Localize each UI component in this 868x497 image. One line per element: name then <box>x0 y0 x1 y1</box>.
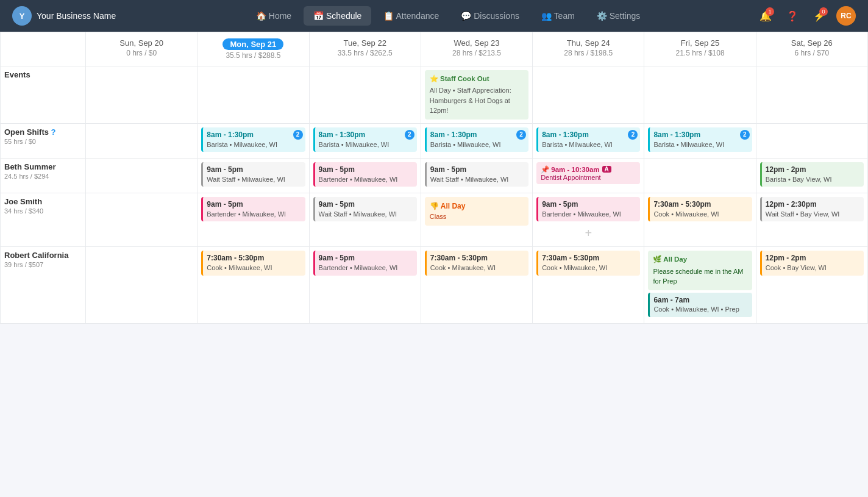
open-shifts-sublabel: 55 hrs / $0 <box>4 138 82 145</box>
robert-schedule-req[interactable]: 🌿 All Day Please schedule me in the AM f… <box>648 251 752 290</box>
open-shifts-wed[interactable]: 2 8am - 1:30pm Barista • Milwaukee, WI <box>421 123 532 158</box>
events-label: Events <box>1 66 86 124</box>
beth-sat[interactable]: 12pm - 2pm Barista • Bay View, WI <box>756 158 867 193</box>
open-shift-fri[interactable]: 2 8am - 1:30pm Barista • Milwaukee, WI <box>648 127 752 152</box>
open-shifts-sun <box>86 123 197 158</box>
joe-shift-time-sat: 12pm - 2:30pm <box>766 199 860 210</box>
open-shifts-help-icon[interactable]: ? <box>51 127 56 137</box>
joe-smith-row: Joe Smith 34 hrs / $340 9am - 5pm Barten… <box>1 193 868 247</box>
robert-shift-mon[interactable]: 7:30am - 5:30pm Cook • Milwaukee, WI <box>201 251 305 275</box>
open-shift-mon[interactable]: 2 8am - 1:30pm Barista • Milwaukee, WI <box>201 127 305 152</box>
lightning-button[interactable]: ⚡0 <box>809 6 829 26</box>
joe-add-shift-thu[interactable]: + <box>536 224 640 243</box>
joe-sat[interactable]: 12pm - 2:30pm Wait Staff • Bay View, WI <box>756 193 867 247</box>
nav-attendance[interactable]: 📋 Attendance <box>374 6 449 26</box>
joe-shift-thu[interactable]: 9am - 5pm Bartender • Milwaukee, WI <box>536 197 640 221</box>
open-shift-count-fri: 2 <box>740 130 750 140</box>
open-shifts-mon[interactable]: 2 8am - 1:30pm Barista • Milwaukee, WI <box>197 123 309 158</box>
nav-right: 🔔1 ❓ ⚡0 RC <box>756 6 856 26</box>
header-label-col <box>1 32 86 66</box>
joe-wed[interactable]: 👎 All Day Class <box>421 193 532 247</box>
joe-allday-sub: Class <box>430 212 524 222</box>
open-shift-count-wed: 2 <box>516 130 526 140</box>
open-shifts-label: Open Shifts ? 55 hrs / $0 <box>1 123 86 158</box>
joe-tue[interactable]: 9am - 5pm Wait Staff • Milwaukee, WI <box>309 193 421 247</box>
beth-dentist-time: 📌 9am - 10:30am A <box>541 165 636 174</box>
robert-extra-shift-fri[interactable]: 6am - 7am Cook • Milwaukee, WI • Prep <box>648 293 752 317</box>
day-name-tue: Tue, Sep 22 <box>313 38 417 48</box>
beth-summer-row: Beth Summer 24.5 hrs / $294 9am - 5pm Wa… <box>1 158 868 193</box>
staff-cookout-event[interactable]: ⭐ Staff Cook Out All Day • Staff Appreci… <box>425 70 528 120</box>
beth-fri <box>644 158 756 193</box>
main-nav: Y Your Business Name 🏠 Home 📅 Schedule 📋… <box>0 0 868 32</box>
beth-shift-detail-mon: Wait Staff • Milwaukee, WI <box>207 175 301 184</box>
open-shift-wed[interactable]: 2 8am - 1:30pm Barista • Milwaukee, WI <box>425 127 528 152</box>
robert-california-row: Robert California 39 hrs / $507 7:30am -… <box>1 247 868 323</box>
beth-wed[interactable]: 9am - 5pm Wait Staff • Milwaukee, WI <box>421 158 532 193</box>
robert-shift-detail-tue: Bartender • Milwaukee, WI <box>319 263 413 273</box>
beth-shift-wed[interactable]: 9am - 5pm Wait Staff • Milwaukee, WI <box>425 162 528 187</box>
nav-home[interactable]: 🏠 Home <box>246 6 301 26</box>
joe-shift-sat[interactable]: 12pm - 2:30pm Wait Staff • Bay View, WI <box>760 197 864 221</box>
robert-shift-sat[interactable]: 12pm - 2pm Cook • Bay View, WI <box>760 251 864 275</box>
dentist-name: Dentist Appointment <box>541 174 636 181</box>
open-shifts-thu[interactable]: 2 8am - 1:30pm Barista • Milwaukee, WI <box>533 123 644 158</box>
joe-shift-fri[interactable]: 7:30am - 5:30pm Cook • Milwaukee, WI <box>648 197 752 221</box>
joe-mon[interactable]: 9am - 5pm Bartender • Milwaukee, WI <box>197 193 309 247</box>
joe-thu[interactable]: 9am - 5pm Bartender • Milwaukee, WI + <box>533 193 644 247</box>
open-shifts-tue[interactable]: 2 8am - 1:30pm Barista • Milwaukee, WI <box>309 123 421 158</box>
robert-shift-wed[interactable]: 7:30am - 5:30pm Cook • Milwaukee, WI <box>425 251 528 275</box>
schedule-container: Sun, Sep 20 0 hrs / $0 Mon, Sep 21 35.5 … <box>0 32 868 324</box>
robert-sat[interactable]: 12pm - 2pm Cook • Bay View, WI <box>756 247 867 323</box>
open-shift-count-tue: 2 <box>405 130 414 140</box>
nav-schedule[interactable]: 📅 Schedule <box>304 6 371 26</box>
beth-dentist-block[interactable]: 📌 9am - 10:30am A Dentist Appointment <box>536 162 640 184</box>
robert-shift-thu[interactable]: 7:30am - 5:30pm Cook • Milwaukee, WI <box>536 251 640 275</box>
beth-shift-sat[interactable]: 12pm - 2pm Barista • Bay View, WI <box>760 162 864 187</box>
joe-allday-block[interactable]: 👎 All Day Class <box>425 197 528 226</box>
beth-tue[interactable]: 9am - 5pm Bartender • Milwaukee, WI <box>309 158 421 193</box>
day-name-fri: Fri, Sep 25 <box>648 38 752 48</box>
nav-discussions[interactable]: 💬 Discussions <box>451 6 529 26</box>
events-sat <box>756 66 867 124</box>
joe-hours: 34 hrs / $340 <box>4 207 82 215</box>
beth-shift-detail-sat: Barista • Bay View, WI <box>766 175 860 184</box>
joe-shift-time-tue: 9am - 5pm <box>319 199 413 210</box>
open-shifts-fri[interactable]: 2 8am - 1:30pm Barista • Milwaukee, WI <box>644 123 756 158</box>
beth-shift-time-sat: 12pm - 2pm <box>766 165 860 175</box>
user-avatar[interactable]: RC <box>836 6 856 26</box>
robert-thu[interactable]: 7:30am - 5:30pm Cook • Milwaukee, WI <box>533 247 644 323</box>
joe-shift-time-fri: 7:30am - 5:30pm <box>653 199 748 210</box>
beth-mon[interactable]: 9am - 5pm Wait Staff • Milwaukee, WI <box>197 158 309 193</box>
day-hours-fri: 21.5 hrs / $108 <box>648 49 752 57</box>
beth-shift-tue[interactable]: 9am - 5pm Bartender • Milwaukee, WI <box>313 162 417 187</box>
robert-shift-tue[interactable]: 9am - 5pm Bartender • Milwaukee, WI <box>313 251 417 275</box>
notifications-button[interactable]: 🔔1 <box>756 6 775 26</box>
events-wed[interactable]: ⭐ Staff Cook Out All Day • Staff Appreci… <box>421 66 532 124</box>
robert-shift-detail-wed: Cook • Milwaukee, WI <box>430 263 525 273</box>
events-tue <box>309 66 421 124</box>
robert-wed[interactable]: 7:30am - 5:30pm Cook • Milwaukee, WI <box>421 247 532 323</box>
joe-shift-time-mon: 9am - 5pm <box>207 199 301 210</box>
help-button[interactable]: ❓ <box>783 6 802 26</box>
robert-fri[interactable]: 🌿 All Day Please schedule me in the AM f… <box>644 247 756 323</box>
events-sun <box>86 66 197 124</box>
open-shift-tue[interactable]: 2 8am - 1:30pm Barista • Milwaukee, WI <box>313 127 417 152</box>
joe-shift-tue[interactable]: 9am - 5pm Wait Staff • Milwaukee, WI <box>313 197 417 221</box>
header-thu: Thu, Sep 24 28 hrs / $198.5 <box>533 32 644 66</box>
open-shift-time-thu: 8am - 1:30pm <box>542 130 636 140</box>
nav-settings[interactable]: ⚙️ Settings <box>587 6 650 26</box>
joe-fri[interactable]: 7:30am - 5:30pm Cook • Milwaukee, WI <box>644 193 756 247</box>
beth-thu[interactable]: 📌 9am - 10:30am A Dentist Appointment <box>533 158 644 193</box>
open-shift-thu[interactable]: 2 8am - 1:30pm Barista • Milwaukee, WI <box>536 127 640 152</box>
open-shift-detail-thu: Barista • Milwaukee, WI <box>542 140 636 149</box>
open-shift-detail-tue: Barista • Milwaukee, WI <box>319 140 413 149</box>
header-fri: Fri, Sep 25 21.5 hrs / $108 <box>644 32 756 66</box>
joe-shift-mon[interactable]: 9am - 5pm Bartender • Milwaukee, WI <box>201 197 305 221</box>
robert-tue[interactable]: 9am - 5pm Bartender • Milwaukee, WI <box>309 247 421 323</box>
robert-shift-time-sat: 12pm - 2pm <box>766 253 860 263</box>
day-hours-mon: 35.5 hrs / $288.5 <box>201 51 305 60</box>
beth-shift-mon[interactable]: 9am - 5pm Wait Staff • Milwaukee, WI <box>201 162 305 187</box>
robert-mon[interactable]: 7:30am - 5:30pm Cook • Milwaukee, WI <box>197 247 309 323</box>
nav-team[interactable]: 👥 Team <box>532 6 585 26</box>
